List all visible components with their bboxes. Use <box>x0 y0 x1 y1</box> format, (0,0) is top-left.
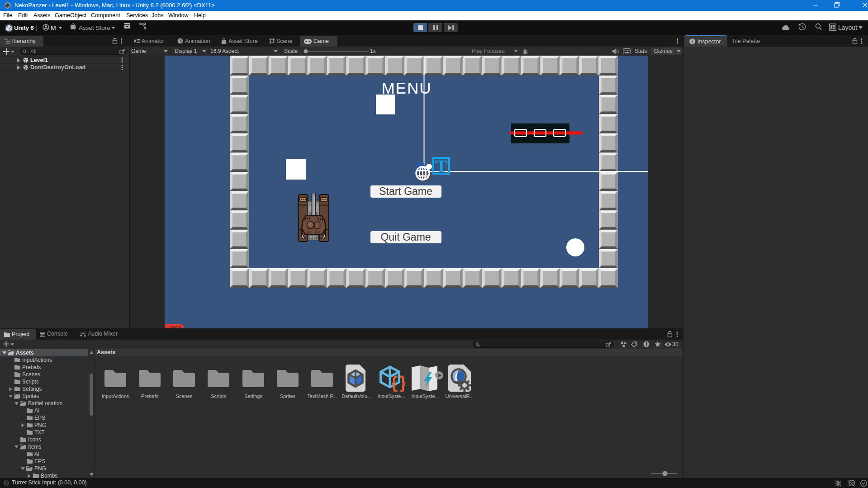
svg-text:Start Game: Start Game <box>379 185 432 197</box>
svg-text:Quit Game: Quit Game <box>380 231 431 243</box>
svg-text:T: T <box>435 156 447 176</box>
svg-text:Camera: Camera <box>166 325 181 328</box>
